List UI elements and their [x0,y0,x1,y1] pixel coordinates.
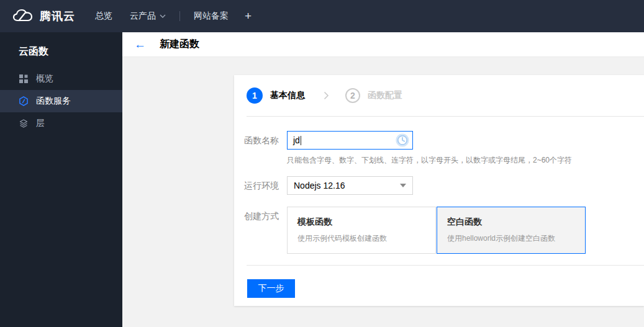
sidebar: 云函数 概览 [0,32,122,327]
add-tab-button[interactable]: + [237,0,259,32]
method-card-blank[interactable]: 空白函数 使用helloworld示例创建空白函数 [437,207,586,254]
nav-item-cloud-products[interactable]: 云产品 [121,0,175,32]
runtime-label: 运行环境 [244,176,279,195]
step-number-badge: 2 [345,88,360,103]
chevron-down-icon [160,14,166,18]
method-card-template[interactable]: 模板函数 使用示例代码模板创建函数 [287,207,436,254]
select-caret-icon [400,184,406,187]
next-step-button[interactable]: 下一步 [247,279,295,298]
runtime-select[interactable]: Nodejs 12.16 [287,176,413,195]
sidebar-item-label: 函数服务 [36,96,71,107]
function-name-field-group: jd 只能包含字母、数字、下划线、连字 [287,131,572,166]
method-card-description: 使用示例代码模板创建函数 [297,233,425,244]
sidebar-item-label: 层 [36,118,45,129]
brand-name: 腾讯云 [40,9,75,24]
step-basic-info: 1 基本信息 [247,87,305,104]
sidebar-item-label: 概览 [36,73,53,84]
layers-icon [19,119,29,128]
content-area: 1 基本信息 2 函数配置 函数名称 [122,58,644,327]
grid-overview-icon [19,74,29,84]
step-label: 函数配置 [368,90,402,101]
main-area: ← 新建函数 1 基本信息 2 函数配置 [122,32,644,327]
step-label: 基本信息 [270,90,305,101]
app-root: 腾讯云 总览 云产品 网站备案 + 云函数 [0,0,644,327]
method-card-title: 空白函数 [447,217,575,228]
input-helper-text: 只能包含字母、数字、下划线、连字符，以字母开头，以数字或字母结尾，2~60个字符 [287,155,572,166]
select-value: Nodejs 12.16 [294,181,345,190]
nav-divider [179,11,180,21]
tencent-cloud-logo-icon [12,9,34,24]
top-navbar: 腾讯云 总览 云产品 网站备案 + [0,0,644,32]
function-service-icon [19,96,29,106]
sidebar-item-function-service[interactable]: 函数服务 [0,90,122,112]
method-card-description: 使用helloworld示例创建空白函数 [447,233,575,244]
nav-item-overview[interactable]: 总览 [86,0,121,32]
sidebar-item-overview[interactable]: 概览 [0,68,122,90]
method-card-title: 模板函数 [297,217,425,228]
footer-divider [247,265,644,266]
function-name-row: 函数名称 jd [244,131,644,166]
back-arrow-icon[interactable]: ← [134,38,146,50]
wizard-steps: 1 基本信息 2 函数配置 [234,75,644,116]
basic-info-form: 函数名称 jd [234,117,644,254]
function-name-input[interactable]: jd [287,131,413,150]
page-header: ← 新建函数 [122,32,644,57]
validating-clock-icon [396,133,409,147]
function-name-label: 函数名称 [244,131,279,166]
step-function-config: 2 函数配置 [345,88,402,103]
nav-item-website-filing[interactable]: 网站备案 [185,0,237,32]
creation-method-cards: 模板函数 使用示例代码模板创建函数 空白函数 使用helloworld示例创建空… [287,207,586,254]
sidebar-item-layers[interactable]: 层 [0,112,122,135]
nav-item-label: 云产品 [130,11,156,22]
sidebar-title: 云函数 [0,32,122,58]
create-function-card: 1 基本信息 2 函数配置 函数名称 [234,75,644,306]
input-value: jd [293,135,300,145]
step-chevron-icon [324,91,329,100]
creation-method-label: 创建方式 [244,207,279,254]
text-cursor [301,136,301,145]
page-title: 新建函数 [160,38,199,51]
top-nav-items: 总览 云产品 网站备案 + [86,0,259,32]
sidebar-menu: 概览 函数服务 层 [0,68,122,135]
runtime-row: 运行环境 Nodejs 12.16 [244,176,644,195]
step-number-badge: 1 [247,87,263,104]
brand[interactable]: 腾讯云 [0,9,75,24]
creation-method-row: 创建方式 模板函数 使用示例代码模板创建函数 空白函数 使用helloworld… [244,207,644,254]
